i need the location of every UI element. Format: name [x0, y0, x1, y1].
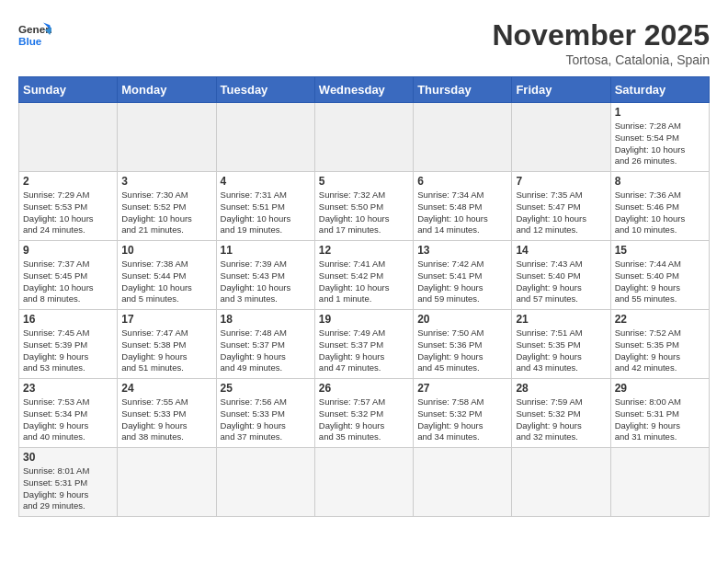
day-number: 16: [23, 313, 113, 326]
day-info: Sunrise: 7:30 AM Sunset: 5:52 PM Dayligh…: [121, 190, 211, 236]
calendar-week-row: 16Sunrise: 7:45 AM Sunset: 5:39 PM Dayli…: [19, 310, 710, 379]
day-number: 10: [121, 244, 211, 257]
day-number: 29: [615, 382, 705, 395]
calendar-cell: 27Sunrise: 7:58 AM Sunset: 5:32 PM Dayli…: [414, 379, 512, 448]
calendar-cell: [314, 103, 413, 172]
day-info: Sunrise: 7:37 AM Sunset: 5:45 PM Dayligh…: [23, 259, 113, 305]
page-header: General Blue November 2025 Tortosa, Cata…: [18, 18, 710, 67]
day-info: Sunrise: 7:29 AM Sunset: 5:53 PM Dayligh…: [23, 190, 113, 236]
day-number: 21: [516, 313, 606, 326]
day-info: Sunrise: 8:00 AM Sunset: 5:31 PM Dayligh…: [615, 396, 705, 443]
calendar-cell: 2Sunrise: 7:29 AM Sunset: 5:53 PM Daylig…: [19, 172, 118, 241]
day-info: Sunrise: 7:51 AM Sunset: 5:35 PM Dayligh…: [516, 327, 606, 374]
calendar-cell: [610, 448, 709, 517]
day-number: 22: [615, 313, 705, 326]
day-info: Sunrise: 7:42 AM Sunset: 5:41 PM Dayligh…: [417, 259, 507, 305]
calendar-week-row: 23Sunrise: 7:53 AM Sunset: 5:34 PM Dayli…: [19, 379, 710, 448]
calendar-cell: [118, 103, 216, 172]
day-info: Sunrise: 7:58 AM Sunset: 5:32 PM Dayligh…: [417, 396, 507, 443]
calendar-cell: 5Sunrise: 7:32 AM Sunset: 5:50 PM Daylig…: [314, 172, 413, 241]
day-info: Sunrise: 7:52 AM Sunset: 5:35 PM Dayligh…: [615, 327, 705, 374]
day-number: 18: [221, 313, 311, 326]
day-info: Sunrise: 7:45 AM Sunset: 5:39 PM Dayligh…: [23, 327, 113, 374]
weekday-header-tuesday: Tuesday: [216, 77, 314, 103]
calendar-table: SundayMondayTuesdayWednesdayThursdayFrid…: [18, 76, 710, 517]
calendar-cell: [512, 448, 610, 517]
calendar-week-row: 9Sunrise: 7:37 AM Sunset: 5:45 PM Daylig…: [19, 241, 710, 310]
calendar-cell: [216, 448, 314, 517]
calendar-cell: [216, 103, 314, 172]
day-info: Sunrise: 7:59 AM Sunset: 5:32 PM Dayligh…: [516, 396, 606, 443]
calendar-cell: 26Sunrise: 7:57 AM Sunset: 5:32 PM Dayli…: [314, 379, 413, 448]
day-info: Sunrise: 8:01 AM Sunset: 5:31 PM Dayligh…: [23, 465, 113, 512]
calendar-cell: 29Sunrise: 8:00 AM Sunset: 5:31 PM Dayli…: [610, 379, 709, 448]
calendar-cell: 15Sunrise: 7:44 AM Sunset: 5:40 PM Dayli…: [610, 241, 709, 310]
calendar-cell: 1Sunrise: 7:28 AM Sunset: 5:54 PM Daylig…: [610, 103, 709, 172]
calendar-cell: 9Sunrise: 7:37 AM Sunset: 5:45 PM Daylig…: [19, 241, 118, 310]
day-number: 17: [121, 313, 211, 326]
calendar-cell: 30Sunrise: 8:01 AM Sunset: 5:31 PM Dayli…: [19, 448, 118, 517]
day-info: Sunrise: 7:48 AM Sunset: 5:37 PM Dayligh…: [221, 327, 311, 374]
day-number: 7: [516, 175, 606, 188]
day-info: Sunrise: 7:49 AM Sunset: 5:37 PM Dayligh…: [319, 327, 409, 374]
calendar-cell: 11Sunrise: 7:39 AM Sunset: 5:43 PM Dayli…: [216, 241, 314, 310]
day-number: 8: [615, 175, 705, 188]
calendar-cell: [19, 103, 118, 172]
calendar-cell: [314, 448, 413, 517]
calendar-cell: 18Sunrise: 7:48 AM Sunset: 5:37 PM Dayli…: [216, 310, 314, 379]
calendar-cell: 19Sunrise: 7:49 AM Sunset: 5:37 PM Dayli…: [314, 310, 413, 379]
title-area: November 2025 Tortosa, Catalonia, Spain: [492, 18, 710, 67]
day-number: 27: [417, 382, 507, 395]
calendar-cell: 3Sunrise: 7:30 AM Sunset: 5:52 PM Daylig…: [118, 172, 216, 241]
day-number: 4: [221, 175, 311, 188]
day-info: Sunrise: 7:43 AM Sunset: 5:40 PM Dayligh…: [516, 259, 606, 305]
weekday-header-thursday: Thursday: [414, 77, 512, 103]
day-number: 26: [319, 382, 409, 395]
calendar-cell: 6Sunrise: 7:34 AM Sunset: 5:48 PM Daylig…: [414, 172, 512, 241]
calendar-cell: 12Sunrise: 7:41 AM Sunset: 5:42 PM Dayli…: [314, 241, 413, 310]
calendar-cell: [118, 448, 216, 517]
calendar-cell: 8Sunrise: 7:36 AM Sunset: 5:46 PM Daylig…: [610, 172, 709, 241]
day-number: 9: [23, 244, 113, 257]
day-info: Sunrise: 7:34 AM Sunset: 5:48 PM Dayligh…: [417, 190, 507, 236]
day-info: Sunrise: 7:53 AM Sunset: 5:34 PM Dayligh…: [23, 396, 113, 443]
month-title: November 2025: [492, 18, 710, 52]
calendar-cell: 17Sunrise: 7:47 AM Sunset: 5:38 PM Dayli…: [118, 310, 216, 379]
calendar-cell: 14Sunrise: 7:43 AM Sunset: 5:40 PM Dayli…: [512, 241, 610, 310]
calendar-cell: [414, 448, 512, 517]
day-number: 11: [221, 244, 311, 257]
day-info: Sunrise: 7:47 AM Sunset: 5:38 PM Dayligh…: [121, 327, 211, 374]
calendar-cell: 4Sunrise: 7:31 AM Sunset: 5:51 PM Daylig…: [216, 172, 314, 241]
day-info: Sunrise: 7:41 AM Sunset: 5:42 PM Dayligh…: [319, 259, 409, 305]
day-info: Sunrise: 7:56 AM Sunset: 5:33 PM Dayligh…: [221, 396, 311, 443]
calendar-week-row: 30Sunrise: 8:01 AM Sunset: 5:31 PM Dayli…: [19, 448, 710, 517]
weekday-header-sunday: Sunday: [19, 77, 118, 103]
calendar-cell: 13Sunrise: 7:42 AM Sunset: 5:41 PM Dayli…: [414, 241, 512, 310]
day-number: 6: [417, 175, 507, 188]
calendar-cell: 21Sunrise: 7:51 AM Sunset: 5:35 PM Dayli…: [512, 310, 610, 379]
day-number: 30: [23, 451, 113, 464]
logo: General Blue: [18, 18, 51, 52]
weekday-header-wednesday: Wednesday: [314, 77, 413, 103]
calendar-week-row: 2Sunrise: 7:29 AM Sunset: 5:53 PM Daylig…: [19, 172, 710, 241]
calendar-header-row: SundayMondayTuesdayWednesdayThursdayFrid…: [19, 77, 710, 103]
day-number: 12: [319, 244, 409, 257]
day-info: Sunrise: 7:57 AM Sunset: 5:32 PM Dayligh…: [319, 396, 409, 443]
day-number: 23: [23, 382, 113, 395]
day-info: Sunrise: 7:50 AM Sunset: 5:36 PM Dayligh…: [417, 327, 507, 374]
calendar-cell: 23Sunrise: 7:53 AM Sunset: 5:34 PM Dayli…: [19, 379, 118, 448]
calendar-cell: [512, 103, 610, 172]
day-number: 25: [221, 382, 311, 395]
weekday-header-saturday: Saturday: [610, 77, 709, 103]
location: Tortosa, Catalonia, Spain: [492, 52, 710, 67]
weekday-header-monday: Monday: [118, 77, 216, 103]
calendar-cell: 22Sunrise: 7:52 AM Sunset: 5:35 PM Dayli…: [610, 310, 709, 379]
calendar-week-row: 1Sunrise: 7:28 AM Sunset: 5:54 PM Daylig…: [19, 103, 710, 172]
calendar-cell: 25Sunrise: 7:56 AM Sunset: 5:33 PM Dayli…: [216, 379, 314, 448]
day-info: Sunrise: 7:38 AM Sunset: 5:44 PM Dayligh…: [121, 259, 211, 305]
day-info: Sunrise: 7:39 AM Sunset: 5:43 PM Dayligh…: [221, 259, 311, 305]
day-number: 3: [121, 175, 211, 188]
day-info: Sunrise: 7:36 AM Sunset: 5:46 PM Dayligh…: [615, 190, 705, 236]
day-info: Sunrise: 7:55 AM Sunset: 5:33 PM Dayligh…: [121, 396, 211, 443]
day-number: 1: [615, 106, 705, 119]
